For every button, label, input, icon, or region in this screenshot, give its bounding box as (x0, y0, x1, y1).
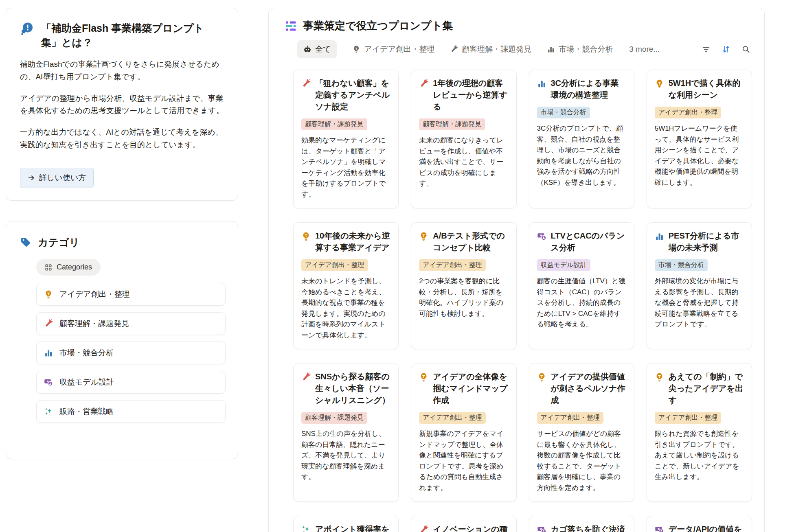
filter-icon[interactable] (702, 45, 711, 54)
lightbulb-icon (419, 372, 428, 382)
card-title: アイデアの提供価値が刺さるペルソナ作成 (551, 371, 626, 406)
category-item[interactable]: 市場・競合分析 (36, 342, 226, 364)
gallery-card[interactable]: イノベーションの種を見つけるエクストリームユーザー分析顧客理解・課題発見 (411, 516, 516, 532)
card-title: データ/APIの価値を最大化するティア別収益モデル (669, 523, 744, 532)
info-paragraph: 一方的な出力ではなく、AIとの対話を通じて考えを深め、実践的な知恵を引き出すこと… (20, 126, 224, 151)
gallery-card[interactable]: カゴ落ちを防ぐ決済手段の最適化プラン収益モデル設計ECサイトでのカゴ落ちを防ぐ (529, 516, 634, 532)
gallery-card[interactable]: LTVとCACのバランス分析収益モデル設計顧客の生涯価値（LTV）と獲得コスト（… (529, 222, 634, 349)
money-icon (537, 525, 546, 532)
robot-icon (303, 45, 311, 53)
gallery-card[interactable]: 10年後の未来から逆算する事業アイデアアイデア創出・整理未来のトレンドを予測し、… (293, 222, 399, 349)
tab-顧客理解・課題発見[interactable]: 顧客理解・課題発見 (450, 44, 531, 55)
usage-guide-button[interactable]: 詳しい使い方 (20, 168, 94, 188)
card-title: 1年後の理想の顧客レビューから逆算する (433, 77, 508, 113)
tab-list: 全てアイデア創出・整理顧客理解・課題発見市場・競合分析 (297, 40, 613, 58)
gallery-card[interactable]: 1年後の理想の顧客レビューから逆算する顧客理解・課題発見未来の顧客になりきってレ… (411, 70, 516, 208)
card-category-tag: アイデア創出・整理 (655, 412, 722, 424)
category-list: アイデア創出・整理顧客理解・課題発見市場・競合分析収益モデル設計販路・営業戦略 (36, 283, 226, 423)
info-paragraph: 補助金Flashでの事業計画づくりをさらに発展させるための、AI壁打ち用プロンプ… (20, 58, 224, 83)
category-item[interactable]: 収益モデル設計 (36, 371, 226, 394)
tab-市場・競合分析[interactable]: 市場・競合分析 (547, 44, 613, 55)
card-title: LTVとCACのバランス分析 (551, 230, 626, 254)
gallery-card[interactable]: SNSから探る顧客の生々しい本音（ソーシャルリスニング）顧客理解・課題発見SNS… (293, 363, 399, 502)
card-category-tag: 顧客理解・課題発見 (419, 118, 485, 130)
sparkles-icon (44, 407, 53, 416)
bar-chart-icon (537, 79, 546, 88)
categories-card: カテゴリ Categories アイデア創出・整理顧客理解・課題発見市場・競合分… (6, 221, 238, 460)
card-title: 3C分析による事業環境の構造整理 (551, 77, 626, 101)
card-description: 効果的なマーケティングには、ターゲット顧客と「アンチペルソナ」を明確しマーケティ… (301, 135, 390, 200)
card-description: 未来の顧客になりきってレビューを作成し、価値や不満を洗い出すことで、サービスの成… (419, 135, 508, 189)
card-category-tag: 市場・競合分析 (655, 259, 708, 271)
card-description: 顧客の生涯価値（LTV）と獲得コスト（CAC）のバランスを分析し、持続的成長のた… (537, 276, 626, 330)
card-description: 未来のトレンドを予測し、今始めるべきことを考え、長期的な視点で事業の種を発見しま… (301, 276, 390, 341)
tab-全て[interactable]: 全て (297, 40, 337, 58)
card-title: 「狙わない顧客」を定義するアンチペルソナ設定 (315, 77, 390, 113)
bar-chart-icon (655, 232, 664, 241)
category-item[interactable]: アイデア創出・整理 (36, 283, 226, 306)
gallery-view-icon (285, 20, 297, 32)
usage-guide-label: 詳しい使い方 (39, 173, 86, 183)
card-title: カゴ落ちを防ぐ決済手段の最適化プラン (551, 523, 626, 532)
money-icon (655, 525, 664, 532)
card-description: 3C分析のプロンプトで、顧客、競合、自社の視点を整理し、市場のニーズと競合動向を… (537, 123, 626, 188)
lightbulb-icon (655, 79, 664, 88)
lightbulb-icon (352, 45, 360, 53)
card-description: サービスの価値がどの顧客に最も響くかを具体化し、複数の顧客像を作成して比較するこ… (537, 429, 626, 493)
category-item-label: 販路・営業戦略 (59, 406, 114, 417)
more-tabs-link[interactable]: 3 more... (629, 45, 660, 54)
sort-icon[interactable] (722, 45, 730, 54)
money-icon (44, 378, 53, 387)
gallery-card[interactable]: アポイント獲得率を高めるコールドコール・メール文面作成販路・営業戦略 (293, 516, 399, 532)
tab-label: 顧客理解・課題発見 (462, 44, 531, 55)
card-category-tag: アイデア創出・整理 (537, 412, 604, 424)
card-category-tag: アイデア創出・整理 (655, 107, 722, 118)
gallery-card[interactable]: アイデアの提供価値が刺さるペルソナ作成アイデア創出・整理サービスの価値がどの顧客… (529, 363, 634, 502)
sparkles-icon (301, 525, 311, 532)
tab-アイデア創出・整理[interactable]: アイデア創出・整理 (352, 44, 434, 55)
card-description: 限られた資源でも創造性を引き出すプロンプトです。あえて厳しい制約を設けることで、… (655, 429, 744, 483)
gallery-card[interactable]: あえての「制約」で尖ったアイデアを出すアイデア創出・整理限られた資源でも創造性を… (647, 363, 752, 502)
search-icon[interactable] (741, 45, 750, 54)
thought-bubble-alert-icon (20, 22, 34, 36)
lightbulb-icon (537, 372, 546, 382)
category-item[interactable]: 顧客理解・課題発見 (36, 312, 226, 335)
grid-icon (45, 264, 52, 271)
bar-chart-icon (44, 348, 53, 357)
card-description: 5W1Hフレームワークを使って、具体的なサービス利用シーンを描くことで、アイデア… (655, 123, 744, 188)
flashlight-icon (419, 79, 428, 88)
flashlight-icon (301, 79, 311, 88)
card-title: A/Bテスト形式でのコンセプト比較 (433, 230, 508, 254)
prompt-gallery-card: 事業策定で役立つプロンプト集 全てアイデア創出・整理顧客理解・課題発見市場・競合… (268, 8, 765, 532)
gallery-card[interactable]: A/Bテスト形式でのコンセプト比較アイデア創出・整理2つの事業案を客観的に比較・… (411, 222, 516, 349)
gallery-card[interactable]: データ/APIの価値を最大化するティア別収益モデル収益モデル設計 (647, 516, 752, 532)
gallery-card[interactable]: 5W1Hで描く具体的な利用シーンアイデア創出・整理5W1Hフレームワークを使って… (647, 70, 752, 208)
card-category-tag: 収益モデル設計 (537, 259, 590, 271)
gallery-card[interactable]: 3C分析による事業環境の構造整理市場・競合分析3C分析のプロンプトで、顧客、競合… (529, 70, 634, 208)
tag-icon (20, 236, 31, 248)
lightbulb-icon (655, 372, 664, 382)
card-grid: 「狙わない顧客」を定義するアンチペルソナ設定顧客理解・課題発見効果的なマーケティ… (293, 70, 752, 532)
gallery-card[interactable]: 「狙わない顧客」を定義するアンチペルソナ設定顧客理解・課題発見効果的なマーケティ… (293, 70, 399, 208)
card-category-tag: 顧客理解・課題発見 (301, 412, 367, 424)
card-category-tag: 顧客理解・課題発見 (301, 118, 367, 130)
bar-chart-icon (547, 45, 555, 53)
flashlight-icon (419, 525, 428, 532)
money-icon (537, 232, 546, 241)
tab-label: 全て (315, 44, 331, 55)
arrow-right-icon (28, 174, 35, 182)
info-callout-card: 「補助金Flash 事業構築プロンプト集」とは？ 補助金Flashでの事業計画づ… (6, 8, 238, 201)
card-title: アイデアの全体像を掴むマインドマップ作成 (433, 371, 508, 406)
gallery-card[interactable]: PEST分析による市場の未来予測市場・競合分析外部環境の変化が市場に与える影響を… (647, 222, 752, 349)
gallery-card[interactable]: アイデアの全体像を掴むマインドマップ作成アイデア創出・整理新規事業のアイデアをマ… (411, 363, 516, 502)
card-title: イノベーションの種を見つけるエクストリームユーザー分析 (433, 523, 508, 532)
categories-pill-label: Categories (57, 263, 92, 271)
categories-view-pill[interactable]: Categories (36, 259, 101, 276)
flashlight-icon (301, 372, 311, 382)
category-item-label: 収益モデル設計 (59, 377, 114, 388)
card-title: アポイント獲得率を高めるコールドコール・メール文面作成 (315, 523, 390, 532)
category-item-label: 顧客理解・課題発見 (59, 318, 129, 329)
category-item[interactable]: 販路・営業戦略 (36, 400, 226, 423)
tab-bar: 全てアイデア創出・整理顧客理解・課題発見市場・競合分析 3 more... (297, 40, 750, 58)
card-category-tag: アイデア創出・整理 (419, 259, 486, 271)
